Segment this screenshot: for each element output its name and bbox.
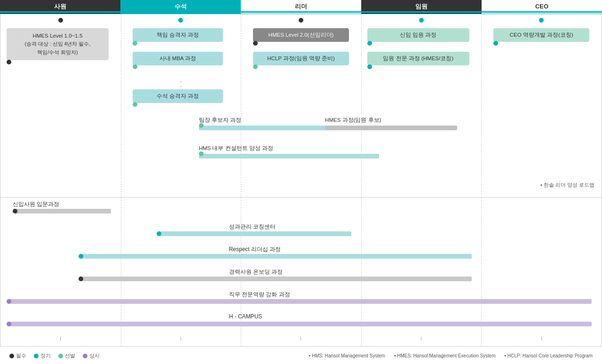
prog-hmes-임원후보-bar bbox=[325, 126, 457, 130]
prog-임원전문-dot bbox=[367, 64, 372, 69]
label-신입사원: 신입사원 입문과정 bbox=[13, 200, 59, 208]
label-직무전문: 직무 전문역량 강화 과정 bbox=[229, 291, 290, 299]
upper-section: HMES Level 1.0~1.5 (승격 대상 : 선임 4년차 필수,책임… bbox=[0, 14, 602, 198]
label-성과관리: 성과관리 코칭센터 bbox=[229, 223, 276, 231]
dot-hcampus bbox=[7, 322, 11, 326]
prog-팀장후보자-dot bbox=[199, 123, 204, 128]
legend-선발: 선발 bbox=[58, 352, 75, 359]
timeline-dot-col3 bbox=[419, 18, 424, 23]
prog-사내mba-dot bbox=[133, 64, 137, 69]
prog-책임승격자-dot bbox=[133, 41, 137, 46]
timeline-dot-col0 bbox=[58, 18, 63, 23]
timeline-dot-col4 bbox=[539, 18, 544, 23]
header-row: 사원 수석 리더 임원 CEO bbox=[0, 0, 602, 14]
bar-성과관리 bbox=[159, 231, 351, 236]
prog-ceo역량: CEO 역량개발 과정(코칭) bbox=[493, 28, 589, 42]
legend-필수: 필수 bbox=[9, 352, 26, 359]
prog-책임승격자: 책임 승격자 과정 bbox=[133, 28, 223, 42]
lower-row-경력사원: 경력사원 온보딩 과정 bbox=[0, 265, 602, 288]
dot-신입사원 bbox=[13, 209, 17, 214]
prog-신임임원-dot bbox=[367, 41, 372, 46]
prog-hms내부-label: HMS 내부 컨설턴트 양성 과정 bbox=[199, 145, 273, 152]
bar-경력사원 bbox=[81, 277, 472, 281]
prog-수석승격자-dot bbox=[133, 102, 137, 107]
prog-hmes2: HMES Level 2.0(선임리더) bbox=[253, 28, 349, 42]
lower-row-직무전문: 직무 전문역량 강화 과정 bbox=[0, 288, 602, 310]
prog-팀장후보자-label: 팀장 후보자 과정 bbox=[199, 117, 241, 124]
label-respect: Respect 리더십 과정 bbox=[229, 245, 281, 253]
prog-hmes1-dot bbox=[7, 60, 11, 64]
footer: 필수 정기 선발 상시 • HMS: Hansol Management Sys… bbox=[0, 348, 602, 363]
prog-hmes2-dot bbox=[253, 41, 258, 46]
lower-row-respect: Respect 리더십 과정 bbox=[0, 243, 602, 265]
bar-respect bbox=[81, 254, 472, 259]
lower-row-신입사원: 신입사원 입문과정 bbox=[0, 198, 602, 220]
lower-section: 신입사원 입문과정 성과관리 코칭센터 Respect 리더십 과정 경력사원 … bbox=[0, 198, 602, 347]
prog-hclp: HCLP 과정(임원 역량 준비) bbox=[253, 52, 349, 65]
prog-hms내부-bar bbox=[199, 154, 379, 158]
timeline-dot-col2 bbox=[299, 18, 303, 23]
lower-row-hcampus: H - CAMPUS bbox=[0, 310, 602, 333]
lower-row-성과관리: 성과관리 코칭센터 bbox=[0, 220, 602, 243]
bottom-ticks bbox=[0, 333, 602, 342]
prog-신임임원: 신임 임원 과정 bbox=[367, 28, 469, 42]
legend-정기: 정기 bbox=[34, 352, 51, 359]
bar-직무전문 bbox=[9, 299, 592, 304]
bar-신입사원 bbox=[15, 209, 111, 214]
label-경력사원: 경력사원 온보딩 과정 bbox=[229, 268, 283, 276]
prog-hmes-임원후보-label: HMES 과정(임원 후보) bbox=[325, 117, 381, 124]
prog-사내mba: 사내 MBA 과정 bbox=[133, 52, 223, 65]
prog-임원전문: 임원 전문 과정 (HMES/코칭) bbox=[367, 52, 469, 65]
label-hcampus: H - CAMPUS bbox=[229, 313, 262, 320]
bar-hcampus bbox=[9, 322, 592, 326]
prog-수석승격자: 수석 승격자 과정 bbox=[133, 89, 223, 103]
prog-hclp-dot bbox=[253, 64, 258, 69]
prog-hmes1: HMES Level 1.0~1.5 (승격 대상 : 선임 4년차 필수,책임… bbox=[7, 28, 109, 60]
dot-직무전문 bbox=[7, 299, 11, 304]
footnotes: • HMS: Hansol Management System • HMES: … bbox=[309, 353, 593, 358]
timeline-dot-col1 bbox=[178, 18, 183, 23]
hansol-note: • 한솔 리더 양성 로드맵 bbox=[540, 182, 594, 189]
legend: 필수 정기 선발 상시 bbox=[9, 352, 107, 359]
legend-상시: 상시 bbox=[83, 352, 100, 359]
prog-hms내부-dot bbox=[199, 151, 204, 156]
prog-ceo역량-dot bbox=[493, 41, 498, 46]
